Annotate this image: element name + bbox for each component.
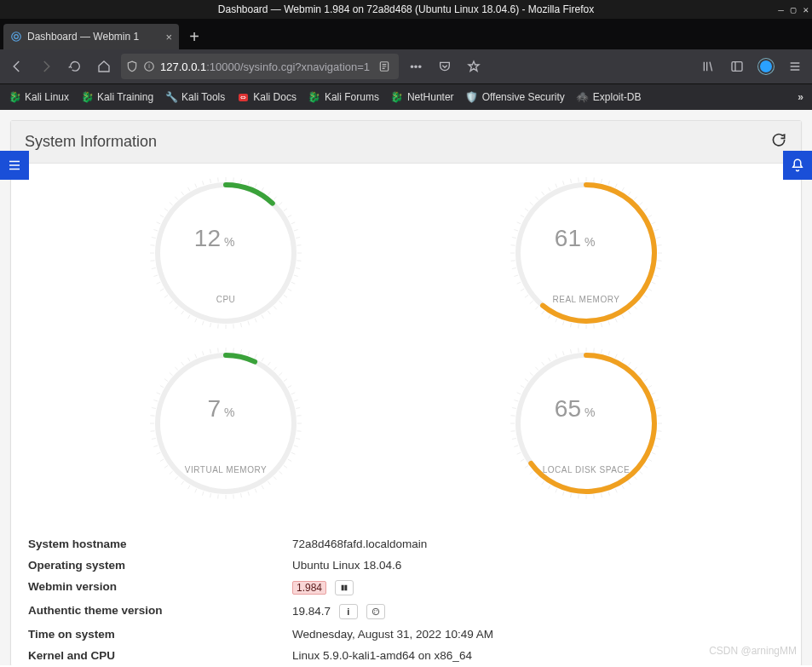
bookmark-kali-training[interactable]: 🐉Kali Training [81,91,153,103]
wrench-icon: 🔧 [165,91,177,103]
bookmark-offensive-security[interactable]: 🛡️Offensive Security [466,91,565,103]
window-close-button[interactable]: ✕ [803,4,809,15]
svg-line-157 [274,476,276,480]
refresh-button[interactable] [770,131,787,152]
svg-line-119 [517,222,521,224]
svg-line-190 [195,354,197,359]
svg-line-84 [658,245,662,246]
back-button[interactable] [5,55,29,78]
menu-dots-icon[interactable]: ••• [404,55,428,78]
svg-line-219 [644,465,648,468]
svg-line-144 [287,386,291,388]
address-bar[interactable]: i 127.0.0.1:10000/sysinfo.cgi?xnavigatio… [121,54,399,79]
svg-line-118 [515,229,519,231]
browser-tabbar: Dashboard — Webmin 1 × + [0,19,812,49]
window-maximize-button[interactable]: ▢ [791,4,797,15]
svg-line-9 [248,181,250,185]
bookmarks-overflow-button[interactable]: » [798,91,803,103]
label-kernel: Kernel and CPU [28,649,292,662]
svg-line-245 [512,407,516,408]
svg-line-14 [279,202,282,204]
svg-line-174 [160,459,164,462]
svg-line-52 [150,245,154,246]
arrow-right-icon [38,59,54,74]
svg-line-189 [187,358,190,361]
changelog-button[interactable] [335,580,354,595]
svg-line-18 [294,229,298,231]
theme-info-button[interactable]: i [339,604,358,619]
value-hostname[interactable]: 72a8d468fafd.localdomain [292,538,427,550]
svg-line-175 [156,452,160,454]
svg-line-247 [517,393,521,394]
svg-line-162 [240,493,241,497]
svg-line-26 [287,289,291,291]
hamburger-menu-icon[interactable] [783,55,807,78]
browser-tab[interactable]: Dashboard — Webmin 1 × [3,24,179,49]
reader-mode-icon[interactable] [375,57,394,76]
arrow-left-icon [9,59,25,74]
label-webmin-version: Webmin version [28,580,292,595]
home-icon [97,60,111,73]
bookmark-kali-forums[interactable]: 🐉Kali Forums [308,91,379,103]
svg-line-244 [511,416,515,417]
docs-icon: ⇔ [237,91,249,103]
window-minimize-button[interactable]: — [778,4,784,15]
svg-point-263 [374,610,375,611]
svg-line-61 [187,187,190,191]
svg-text:12: 12 [194,225,221,251]
tab-close-icon[interactable]: × [165,31,172,43]
forward-button[interactable] [34,55,58,78]
pocket-icon[interactable] [433,55,457,78]
svg-line-64 [210,179,210,183]
bookmark-kali-linux[interactable]: 🐉Kali Linux [9,91,69,103]
svg-line-202 [615,354,617,359]
svg-line-89 [652,282,656,284]
value-time[interactable]: Wednesday, August 31, 2022 10:49 AM [292,628,493,641]
svg-line-126 [556,184,557,188]
svg-line-103 [563,321,565,325]
refresh-icon [770,131,787,148]
svg-line-229 [579,495,579,499]
svg-line-238 [521,459,524,462]
svg-line-109 [525,295,528,297]
svg-line-53 [152,237,156,238]
svg-line-56 [160,216,164,218]
svg-line-186 [170,372,173,375]
new-tab-button[interactable]: + [179,24,210,49]
svg-line-25 [291,282,295,284]
svg-line-29 [274,306,276,309]
svg-line-8 [240,179,241,183]
bookmark-kali-docs[interactable]: ⇔Kali Docs [237,91,297,103]
svg-line-230 [571,493,572,497]
svg-line-106 [542,311,544,314]
bookmark-exploit-db[interactable]: 🕷️Exploit-DB [577,91,642,103]
svg-line-75 [622,187,625,191]
svg-line-205 [634,367,636,371]
sidebar-icon[interactable] [725,55,749,78]
right-drawer-toggle[interactable] [783,151,812,180]
account-icon[interactable] [754,55,778,78]
svg-line-86 [658,261,662,262]
reload-button[interactable] [63,55,87,78]
value-theme-version: 19.84.7 i [292,604,385,619]
svg-line-255 [563,351,565,355]
svg-line-201 [608,351,610,355]
svg-line-250 [530,372,533,375]
svg-line-181 [152,407,156,408]
left-drawer-toggle[interactable] [0,151,29,180]
library-icon[interactable] [696,55,720,78]
bookmark-kali-tools[interactable]: 🔧Kali Tools [165,91,225,103]
bookmark-star-icon[interactable] [462,55,486,78]
bookmark-nethunter[interactable]: 🐉NetHunter [391,91,454,103]
svg-line-116 [511,245,515,246]
svg-line-49 [152,267,156,268]
home-button[interactable] [92,55,116,78]
svg-line-147 [296,407,300,408]
svg-line-108 [530,301,533,303]
svg-line-38 [210,323,210,327]
svg-text:%: % [585,235,595,249]
theme-palette-button[interactable] [366,604,385,619]
info-icon[interactable]: i [143,60,155,72]
svg-line-59 [175,197,177,200]
svg-line-57 [164,209,168,211]
